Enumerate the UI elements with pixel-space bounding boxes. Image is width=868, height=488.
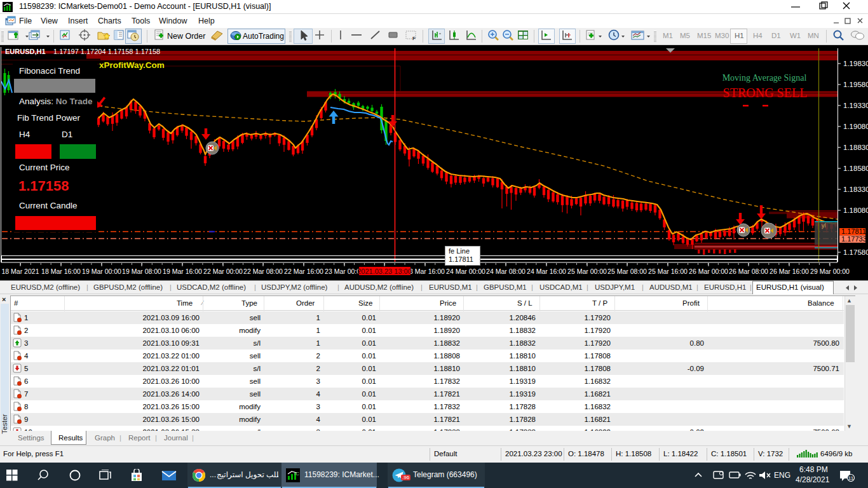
svg-text:H4: H4 [19, 130, 31, 139]
svg-text:1.17158: 1.17158 [18, 178, 69, 194]
svg-text:25 Mar 08:00: 25 Mar 08:00 [607, 268, 647, 275]
svg-text:18 Mar 16:00: 18 Mar 16:00 [41, 268, 81, 275]
svg-text:29 Mar 00:00: 29 Mar 00:00 [810, 268, 850, 275]
svg-text:Moving Average Signal: Moving Average Signal [722, 73, 807, 83]
svg-text:fe Line: fe Line [449, 247, 470, 255]
svg-text:1.19330: 1.19330 [843, 102, 868, 109]
svg-text:26 Mar 00:00: 26 Mar 00:00 [689, 268, 728, 275]
svg-text:1.18080: 1.18080 [843, 207, 868, 214]
svg-text:19 Mar 16:00: 19 Mar 16:00 [163, 268, 202, 275]
svg-text:1.17733: 1.17733 [841, 235, 867, 243]
svg-text:26 Mar 08:00: 26 Mar 08:00 [729, 268, 768, 275]
svg-text:F: F [412, 36, 416, 41]
svg-text:yl: yl [822, 222, 826, 229]
svg-text:22 Mar 16:00: 22 Mar 16:00 [284, 268, 323, 275]
svg-text:1.17811: 1.17811 [841, 227, 866, 235]
svg-text:11: 11 [848, 475, 854, 481]
svg-text:19 Mar 00:00: 19 Mar 00:00 [82, 268, 121, 275]
svg-text:Analysis: No Trade: Analysis: No Trade [19, 97, 93, 106]
svg-text:EURUSD,H1: EURUSD,H1 [5, 48, 46, 55]
svg-text:18 Mar 2021: 18 Mar 2021 [2, 268, 39, 275]
svg-text:25 Mar 00:00: 25 Mar 00:00 [567, 268, 607, 275]
svg-text:1.19580: 1.19580 [843, 81, 868, 88]
svg-text:24 Mar 00:00: 24 Mar 00:00 [446, 268, 485, 275]
svg-text:1.19080: 1.19080 [843, 123, 868, 130]
svg-text:xProfitWay.Com: xProfitWay.Com [99, 60, 165, 70]
svg-text:Current Price: Current Price [19, 163, 70, 172]
svg-text:24 Mar 08:00: 24 Mar 08:00 [486, 268, 526, 275]
svg-text:1.18330: 1.18330 [843, 186, 868, 193]
svg-text:1.18580: 1.18580 [843, 165, 868, 172]
svg-text:D1: D1 [62, 130, 72, 139]
svg-text:24 Mar 16:00: 24 Mar 16:00 [527, 268, 566, 275]
svg-text:Current Candle: Current Candle [19, 201, 78, 210]
svg-text:26 Mar 16:00: 26 Mar 16:00 [770, 268, 809, 275]
svg-text:22 Mar 08:00: 22 Mar 08:00 [243, 268, 283, 275]
svg-text:2021.03.23 13:00: 2021.03.23 13:00 [357, 268, 412, 275]
svg-text:Fib Trend Power: Fib Trend Power [17, 113, 81, 123]
svg-text:IC: IC [294, 471, 299, 477]
svg-text:25 Mar 16:00: 25 Mar 16:00 [648, 268, 688, 275]
svg-text:22 Mar 00:00: 22 Mar 00:00 [203, 268, 243, 275]
svg-text:1.17197 1.17204 1.17158 1.1715: 1.17197 1.17204 1.17158 1.17158 [53, 48, 160, 55]
svg-text:STRONG SELL: STRONG SELL [723, 86, 808, 100]
svg-text:1.17811: 1.17811 [449, 255, 473, 263]
svg-text:1.17580: 1.17580 [843, 248, 868, 256]
svg-text:1.18830: 1.18830 [843, 144, 868, 151]
svg-text:19 Mar 08:00: 19 Mar 08:00 [122, 268, 161, 275]
svg-text:1.19830: 1.19830 [843, 60, 868, 67]
svg-text:Fibonacci Trend: Fibonacci Trend [19, 66, 80, 76]
